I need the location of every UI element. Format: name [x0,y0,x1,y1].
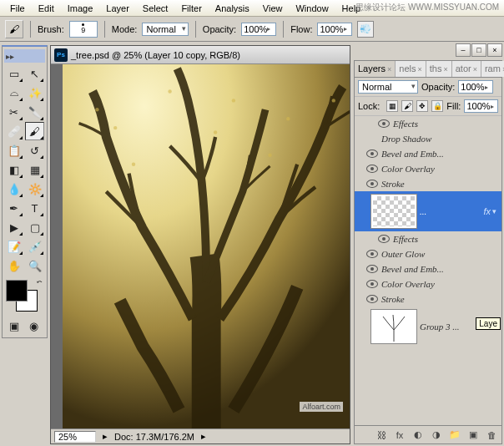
layer-thumbnail[interactable] [371,195,416,228]
effect-item[interactable]: Bevel and Emb... [355,261,501,276]
effect-item[interactable]: Outer Glow [355,246,501,261]
lock-all-icon[interactable]: 🔒 [431,100,443,112]
effect-item[interactable]: Stroke [355,291,501,307]
lock-pixels-icon[interactable]: ▦ [386,100,398,112]
zoom-arrow-icon[interactable]: ▸ [103,431,108,442]
effect-item[interactable]: Drop Shadow [355,131,501,146]
menu-layer[interactable]: Layer [99,2,136,15]
blend-mode-select[interactable]: Normal [358,80,418,94]
eye-icon[interactable] [366,263,378,275]
tool-preset-icon[interactable]: 🖌 [5,20,23,38]
menu-view[interactable]: View [256,2,290,15]
toolbox-grip[interactable]: ▸▸ [4,49,45,63]
dodge-tool-icon[interactable]: 🔆 [25,180,44,198]
brush-tool-icon[interactable]: 🖌 [25,122,44,140]
quickmask-icon[interactable]: ◉ [24,317,43,335]
eraser-tool-icon[interactable]: ◧ [4,160,23,179]
blur-tool-icon[interactable]: 💧 [4,180,23,198]
canvas[interactable]: Alfoart.com [63,64,350,428]
menu-window[interactable]: Window [289,2,335,15]
maximize-button[interactable]: □ [471,43,486,57]
effect-item[interactable]: Stroke [355,176,501,191]
mode-label: Mode: [112,24,138,34]
color-swatches[interactable]: ⤺ [4,278,43,315]
crop-tool-icon[interactable]: ✂ [4,103,23,121]
document-titlebar[interactable]: Ps _tree.psd @ 25% (Layer 10 copy, RGB/8… [51,46,350,64]
type-tool-icon[interactable]: T [25,199,44,217]
docinfo-arrow-icon[interactable]: ▸ [201,431,206,442]
notes-tool-icon[interactable]: 📝 [4,237,23,256]
eye-icon[interactable] [378,233,390,245]
move-tool-icon[interactable]: ↖ [25,64,44,83]
path-select-icon[interactable]: ▶ [4,218,23,236]
wand-tool-icon[interactable]: ✨ [25,84,44,102]
pen-tool-icon[interactable]: ✒ [4,199,23,217]
eye-icon[interactable] [366,278,378,290]
eyedropper-icon[interactable]: 💉 [25,237,44,256]
hand-tool-icon[interactable]: ✋ [4,256,23,275]
shape-tool-icon[interactable]: ▢ [25,218,44,236]
layer-mask-icon[interactable]: ◐ [411,429,425,441]
eye-icon[interactable] [366,178,378,190]
svg-point-1 [95,108,98,111]
airbrush-toggle[interactable]: 💨 [357,21,374,38]
fill-input[interactable]: 100%▸ [464,99,498,113]
tab-histogram[interactable]: ram [481,61,504,77]
delete-layer-icon[interactable]: 🗑 [485,429,498,441]
minimize-button[interactable]: – [456,43,471,57]
menu-analysis[interactable]: Analysis [209,2,256,15]
tab-paths[interactable]: ths [426,61,452,77]
flow-input[interactable]: 100%▸ [317,23,352,36]
eye-icon[interactable] [366,248,378,260]
adjustment-layer-icon[interactable]: ◑ [430,429,443,441]
menu-filter[interactable]: Filter [174,2,208,15]
effects-heading[interactable]: Effects [355,116,501,131]
stamp-tool-icon[interactable]: 📋 [4,141,23,160]
eye-icon[interactable] [366,148,378,160]
lock-paint-icon[interactable]: 🖌 [401,100,413,112]
svg-point-7 [132,163,135,166]
eye-icon[interactable] [366,293,378,305]
menu-select[interactable]: Select [136,2,175,15]
divider [104,21,105,38]
layer-opacity-input[interactable]: 100%▸ [458,80,493,94]
tab-channels[interactable]: nels [396,61,426,77]
panel-footer: ⛓ fx ◐ ◑ 📁 ▣ 🗑 [355,425,501,443]
lasso-tool-icon[interactable]: ⌓ [4,84,23,102]
zoom-input[interactable]: 25% [54,431,96,443]
history-brush-icon[interactable]: ↺ [25,141,44,160]
zoom-tool-icon[interactable]: 🔍 [25,256,44,275]
menu-image[interactable]: Image [61,2,100,15]
slice-tool-icon[interactable]: 🔪 [25,103,44,121]
fg-color-swatch[interactable] [6,280,28,302]
opacity-input[interactable]: 100%▸ [241,23,276,36]
effects-heading[interactable]: Effects [355,231,501,246]
standard-mode-icon[interactable]: ▣ [4,317,23,335]
heal-tool-icon[interactable]: 🩹 [4,122,23,140]
close-button[interactable]: × [487,43,502,57]
fx-badge[interactable]: fx▾ [483,206,496,216]
tab-navigator[interactable]: ator [452,61,481,77]
link-layers-icon[interactable]: ⛓ [375,429,388,441]
marquee-tool-icon[interactable]: ▭ [4,64,23,83]
layer-thumbnail[interactable] [371,310,416,343]
mode-select[interactable]: Normal [142,23,188,36]
brush-picker[interactable]: 9 [69,21,98,38]
gradient-tool-icon[interactable]: ▦ [25,160,44,179]
layer-style-icon[interactable]: fx [393,429,406,441]
new-group-icon[interactable]: 📁 [448,429,461,441]
menu-edit[interactable]: Edit [32,2,61,15]
menu-file[interactable]: File [3,2,32,15]
eye-icon[interactable] [378,118,390,129]
window-controls: – □ × [456,43,502,57]
effect-item[interactable]: Color Overlay [355,161,501,176]
effect-item[interactable]: Color Overlay [355,276,501,291]
new-layer-icon[interactable]: ▣ [466,429,480,441]
tab-layers[interactable]: Layers [355,61,396,77]
effect-item[interactable]: Bevel and Emb... [355,146,501,161]
layer-row-selected[interactable]: ... fx▾ [355,191,501,231]
swap-colors-icon[interactable]: ⤺ [37,278,43,286]
toolbox-panel: ▸▸ ▭ ↖ ⌓ ✨ ✂ 🔪 🩹 🖌 📋 ↺ ◧ ▦ 💧 🔆 ✒ T ▶ ▢ 📝… [2,45,48,338]
lock-move-icon[interactable]: ✥ [416,100,428,112]
eye-icon[interactable] [366,163,378,175]
